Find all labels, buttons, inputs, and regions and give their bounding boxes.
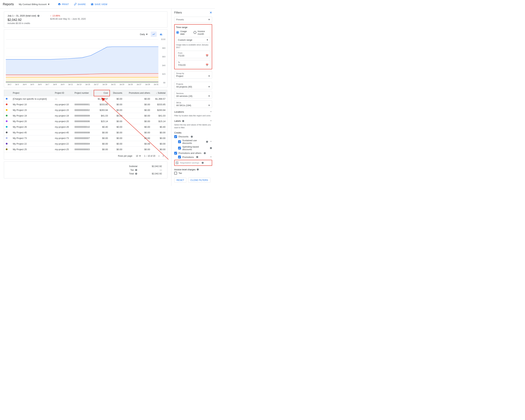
cell-project-id: my-project-45 xyxy=(53,130,73,135)
table-row[interactable]: My Project 22 my-project-22 000000000004… xyxy=(4,141,167,147)
table-row[interactable]: My Project 19 my-project-19 000000000009… xyxy=(4,113,167,119)
pager-next[interactable]: › xyxy=(163,154,164,158)
cell-project: My Project 15 xyxy=(11,107,53,113)
chart-toolbar: Daily ▼ xyxy=(6,31,166,37)
col-project-number[interactable]: Project number xyxy=(73,90,94,96)
col-promos[interactable]: Promotions and others xyxy=(124,90,152,96)
y-tick: $20 xyxy=(162,73,166,75)
account-selector[interactable]: My Contract Billing Account ▼ xyxy=(19,3,50,6)
cell-project-number: 000000000006 xyxy=(73,119,94,124)
help-icon[interactable] xyxy=(182,120,184,122)
print-button[interactable]: PRINT xyxy=(56,3,71,6)
table-row[interactable]: My Project 20 my-project-20 000000000006… xyxy=(4,119,167,124)
table-row[interactable]: My Project 25 my-project-25 000000000003… xyxy=(4,147,167,152)
cell-subtotal: $0.00 xyxy=(152,135,167,141)
chevron-down-icon xyxy=(210,110,212,113)
share-button[interactable]: SHARE xyxy=(72,3,88,6)
skus-select[interactable]: SKUs All SKUs (194)▼ xyxy=(174,100,212,108)
to-date-field[interactable]: To 7/31/20📅 xyxy=(176,60,210,67)
help-icon[interactable] xyxy=(210,147,212,149)
locations-heading[interactable]: Locations xyxy=(174,110,212,113)
cb-promos[interactable]: Promotions and others xyxy=(174,151,212,155)
cell-project-id: my-project-19 xyxy=(53,113,73,119)
calendar-icon: 📅 xyxy=(206,54,208,57)
table-row[interactable]: My Project 15 my-project-15 000000000002… xyxy=(4,107,167,113)
help-icon[interactable] xyxy=(201,162,204,164)
table-row[interactable]: My Project 45 my-project-45 000000000008… xyxy=(4,130,167,135)
col-cost[interactable]: Cost xyxy=(94,90,110,96)
x-tick: Jul 31 xyxy=(154,84,159,85)
subtotal-label: Subtotal xyxy=(129,165,137,168)
pager-range: 1 – 10 of 20 xyxy=(144,155,155,157)
close-icon[interactable]: ✕ xyxy=(209,11,212,15)
cell-promos: $0.00 xyxy=(124,135,152,141)
line-chart-button[interactable] xyxy=(151,32,157,37)
granularity-select[interactable]: Daily ▼ xyxy=(140,33,148,36)
checkbox-checked-icon xyxy=(178,147,181,149)
projects-select[interactable]: Projects All projects (40)▼ xyxy=(174,82,212,89)
rows-per-page-select[interactable]: 10 ▼ xyxy=(136,155,141,157)
help-icon[interactable] xyxy=(206,140,208,143)
save-view-button[interactable]: SAVE VIEW xyxy=(89,3,109,6)
bar-chart-button[interactable] xyxy=(158,32,164,37)
data-table: Project Project ID Project number Cost D… xyxy=(4,90,167,152)
cell-project: My Project 22 xyxy=(11,141,53,147)
svg-point-21 xyxy=(204,152,206,154)
filters-title: Filters xyxy=(174,11,182,14)
table-row[interactable]: My Project 10 my-project-10 000000000001… xyxy=(4,102,167,107)
table-row[interactable]: My Project 73 my-project-73 000000000007… xyxy=(4,135,167,141)
svg-rect-2 xyxy=(162,34,162,35)
cb-spending[interactable]: Spending based discounts xyxy=(174,145,212,151)
help-icon[interactable] xyxy=(191,135,193,138)
chevron-up-icon[interactable] xyxy=(210,156,212,159)
x-tick: Jul 13 xyxy=(77,84,81,85)
help-icon[interactable] xyxy=(197,168,199,171)
filters-panel: Filters ✕ Presets ▼ Time range Usage dat… xyxy=(171,9,215,186)
pager-prev[interactable]: ‹ xyxy=(159,154,159,158)
help-icon[interactable]: ? xyxy=(135,169,137,171)
cell-project-number xyxy=(73,96,94,102)
x-tick: Jul 25 xyxy=(128,84,133,85)
chevron-up-icon[interactable] xyxy=(210,140,212,143)
help-icon[interactable] xyxy=(204,152,206,154)
col-subtotal[interactable]: ↓Subtotal xyxy=(152,90,167,96)
area-chart-svg xyxy=(6,37,166,83)
radio-usage-date[interactable]: Usage date xyxy=(176,30,191,35)
cell-cost: $0.40 xyxy=(94,124,110,130)
help-icon[interactable] xyxy=(196,156,198,158)
cell-project: My Project 20 xyxy=(11,119,53,124)
cell-promos: $0.00 xyxy=(124,107,152,113)
reset-button[interactable]: RESET xyxy=(174,177,186,183)
summary-delta: ↑ 13.66% $245.60 over May 31 – June 30, … xyxy=(50,14,86,25)
services-select[interactable]: Services All services (16)▼ xyxy=(174,91,212,99)
table-row[interactable]: My Project 26 my-project-26 000000000010… xyxy=(4,124,167,130)
help-icon[interactable]: ? xyxy=(135,172,137,175)
svg-point-22 xyxy=(196,156,198,158)
series-color-dot xyxy=(6,149,8,150)
svg-rect-0 xyxy=(160,34,160,36)
close-filters-button[interactable]: CLOSE FILTERS xyxy=(188,177,210,183)
help-icon[interactable] xyxy=(37,15,40,17)
y-tick: $0 xyxy=(163,82,166,84)
col-project-id[interactable]: Project ID xyxy=(53,90,73,96)
cb-sustained[interactable]: Sustained use discounts xyxy=(174,139,212,145)
caret-down-icon: ▼ xyxy=(208,95,210,97)
series-color-dot xyxy=(6,120,8,122)
group-by-select[interactable]: Group by Project▼ xyxy=(174,71,212,79)
from-date-field[interactable]: From 7/1/20📅 xyxy=(176,51,210,58)
presets-select[interactable]: Presets ▼ xyxy=(174,17,212,22)
cb-discounts[interactable]: Discounts xyxy=(174,135,212,139)
cb-promo-item[interactable]: Promotions xyxy=(174,155,212,159)
table-row[interactable]: [Charges not specific to a project] — $1… xyxy=(4,96,167,102)
cell-project-id: my-project-73 xyxy=(53,135,73,141)
labels-heading[interactable]: Labels xyxy=(174,120,212,122)
checkbox-checked-icon xyxy=(174,135,177,138)
radio-invoice-month[interactable]: Invoice month xyxy=(193,30,210,35)
range-type-select[interactable]: Custom range ▼ xyxy=(176,37,210,43)
cb-tax[interactable]: Tax xyxy=(174,171,212,175)
col-project[interactable]: Project xyxy=(11,90,53,96)
cell-subtotal: $283.94 xyxy=(152,107,167,113)
since-note: Usage data is available since January 20… xyxy=(176,44,210,49)
svg-point-16 xyxy=(194,31,196,34)
col-discounts[interactable]: Discounts xyxy=(110,90,124,96)
